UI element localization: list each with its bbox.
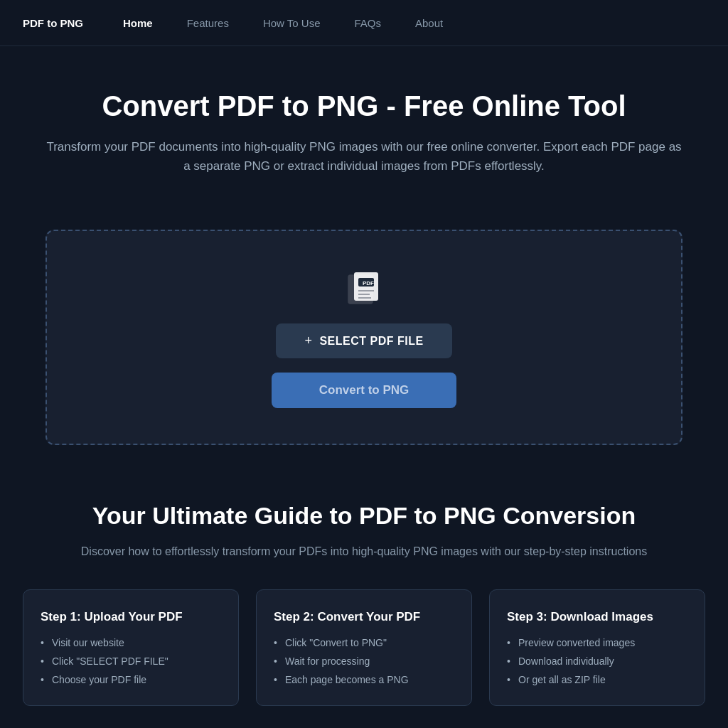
nav-links: Home Features How To Use FAQs About (106, 0, 460, 46)
nav-link-faqs[interactable]: FAQs (337, 0, 398, 46)
step-3-title: Step 3: Download Images (507, 610, 687, 624)
step-2-list: Click "Convert to PNG" Wait for processi… (274, 637, 454, 685)
list-item: Wait for processing (274, 655, 454, 667)
step-3-list: Preview converted images Download indivi… (507, 637, 687, 685)
list-item: Preview converted images (507, 637, 687, 648)
nav-link-howtouse[interactable]: How To Use (246, 0, 338, 46)
navbar: PDF to PNG Home Features How To Use FAQs… (0, 0, 728, 46)
nav-item-features[interactable]: Features (170, 0, 246, 46)
select-pdf-button[interactable]: + SELECT PDF FILE (276, 323, 451, 358)
select-label: SELECT PDF FILE (319, 335, 423, 348)
list-item: Choose your PDF file (41, 674, 221, 685)
convert-label: Convert to PNG (319, 383, 410, 397)
list-item: Download individually (507, 655, 687, 667)
list-item: Click "SELECT PDF FILE" (41, 655, 221, 667)
nav-link-features[interactable]: Features (170, 0, 246, 46)
nav-item-faqs[interactable]: FAQs (337, 0, 398, 46)
step-card-3: Step 3: Download Images Preview converte… (489, 589, 705, 706)
pdf-icon: PDF (343, 267, 385, 309)
step-1-list: Visit our website Click "SELECT PDF FILE… (41, 637, 221, 685)
step-card-2: Step 2: Convert Your PDF Click "Convert … (256, 589, 472, 706)
page-title: Convert PDF to PNG - Free Online Tool (23, 89, 705, 123)
step-2-title: Step 2: Convert Your PDF (274, 610, 454, 624)
list-item: Each page becomes a PNG (274, 674, 454, 685)
nav-link-home[interactable]: Home (106, 0, 170, 46)
upload-box: PDF + SELECT PDF FILE Convert to PNG (46, 230, 682, 445)
plus-icon: + (304, 333, 312, 348)
list-item: Click "Convert to PNG" (274, 637, 454, 648)
hero-section: Convert PDF to PNG - Free Online Tool Tr… (0, 46, 728, 230)
guide-title: Your Ultimate Guide to PDF to PNG Conver… (23, 502, 705, 530)
nav-item-howtouse[interactable]: How To Use (246, 0, 338, 46)
step-card-1: Step 1: Upload Your PDF Visit our websit… (23, 589, 239, 706)
guide-description: Discover how to effortlessly transform y… (23, 542, 705, 561)
convert-button[interactable]: Convert to PNG (272, 373, 456, 408)
guide-section: Your Ultimate Guide to PDF to PNG Conver… (0, 488, 728, 728)
svg-text:PDF: PDF (363, 280, 374, 287)
nav-brand: PDF to PNG (23, 17, 83, 29)
step-1-title: Step 1: Upload Your PDF (41, 610, 221, 624)
list-item: Or get all as ZIP file (507, 674, 687, 685)
upload-container: PDF + SELECT PDF FILE Convert to PNG (23, 230, 705, 445)
nav-item-about[interactable]: About (398, 0, 460, 46)
nav-link-about[interactable]: About (398, 0, 460, 46)
hero-description: Transform your PDF documents into high-q… (44, 137, 684, 176)
nav-item-home[interactable]: Home (106, 0, 170, 46)
list-item: Visit our website (41, 637, 221, 648)
steps-grid: Step 1: Upload Your PDF Visit our websit… (23, 589, 705, 706)
